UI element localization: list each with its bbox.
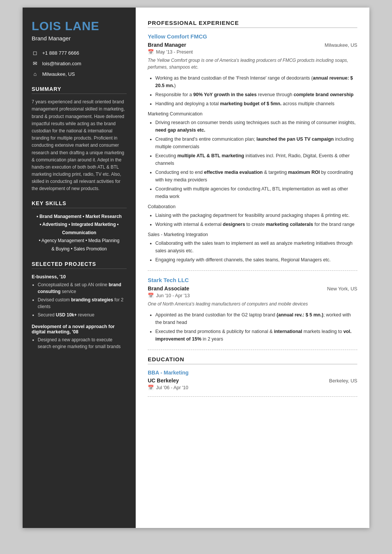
sub-section-sales: Sales - Marketing Integration [148, 232, 357, 237]
experience-section-title: PROFESSIONAL EXPERIENCE [148, 20, 357, 28]
list-item: Engaging regularly with different channe… [155, 256, 357, 264]
edu-location: Berkeley, US [329, 378, 357, 384]
project-2-bullets: Designed a new approach to execute searc… [32, 336, 127, 350]
job-2-description: One of North America's leading manufactu… [148, 301, 357, 307]
sub-section-marketing-comm: Marketing Communication [148, 111, 357, 117]
sub-section-collaboration: Collaboration [148, 204, 357, 209]
projects-section: E-business, '10 Conceptualized & set up … [32, 274, 127, 350]
list-item: Conducting end to end effective media ev… [155, 169, 357, 184]
candidate-name: LOIS LANE [32, 20, 127, 33]
job-1-header: Brand Manager Milwaukee, US [148, 42, 357, 48]
edu-school-header: UC Berkeley Berkeley, US [148, 378, 357, 384]
sidebar: LOIS LANE Brand Manager ◻ +1 888 777 666… [23, 8, 136, 528]
contact-list: ◻ +1 888 777 6666 ✉ lois@hiration.com ⌂ … [32, 50, 127, 77]
job-1-bullets-marketing: Driving research on consumer trends usin… [148, 119, 357, 200]
main-content: PROFESSIONAL EXPERIENCE Yellow Comfort F… [136, 8, 369, 528]
list-item: Coordinating with multiple agencies for … [155, 185, 357, 200]
list-item: Secured USD 10k+ revenue [38, 312, 127, 319]
job-1-description: The Yellow Comfort group is one of Ameri… [148, 57, 357, 71]
project-2-title: Development of a novel approach for digi… [32, 324, 127, 335]
list-item: Working as the brand custodian of the 'F… [155, 74, 357, 89]
skills-text: • Brand Management • Market Research• Ad… [32, 213, 127, 253]
list-item: Executed the brand promotions & publicit… [155, 328, 357, 343]
education-section: EDUCATION BBA - Marketing UC Berkeley Be… [148, 356, 357, 390]
list-item: Handling and deploying a total marketing… [155, 100, 357, 107]
list-item: Conceptualized & set up AN online brand … [38, 281, 127, 295]
job-2-bullets: Appointed as the brand custodian for the… [148, 311, 357, 343]
job-1: Yellow Comfort FMCG Brand Manager Milwau… [148, 33, 357, 264]
calendar-icon-2: 📅 [148, 293, 154, 298]
phone-icon: ◻ [32, 50, 38, 56]
project-1-bullets: Conceptualized & set up AN online brand … [32, 281, 127, 319]
list-item: Appointed as the brand custodian for the… [155, 311, 357, 326]
job-2-location: New York, US [327, 286, 357, 292]
edu-dates: 📅 Jul '06 - Apr '10 [148, 385, 357, 390]
edu-degree: BBA - Marketing [148, 370, 357, 376]
job-1-title: Brand Manager [148, 42, 186, 48]
job-2-dates: 📅 Jun '10 - Apr '13 [148, 293, 357, 298]
contact-email: ✉ lois@hiration.com [32, 60, 127, 66]
list-item: Working with internal & external designe… [155, 221, 357, 228]
company-1-name: Yellow Comfort FMCG [148, 33, 357, 40]
job-1-location: Milwaukee, US [325, 42, 357, 48]
project-1-title: E-business, '10 [32, 274, 127, 279]
education-section-title: EDUCATION [148, 356, 357, 364]
job-2: Stark Tech LLC Brand Associate New York,… [148, 277, 357, 343]
job-1-bullets-sales: Collaborating with the sales team to imp… [148, 239, 357, 264]
summary-section-title: SUMMARY [32, 86, 127, 94]
list-item: Responsible for a 90% YoY growth in the … [155, 91, 357, 98]
divider-2 [148, 350, 357, 350]
list-item: Driving research on consumer trends usin… [155, 119, 357, 134]
job-2-title: Brand Associate [148, 285, 189, 292]
summary-text: 7 years experienced and result oriented … [32, 98, 127, 192]
job-1-dates: 📅 May '13 - Present [148, 49, 357, 55]
list-item: Collaborating with the sales team to imp… [155, 239, 357, 255]
job-1-bullets-collab: Liaising with the packaging department f… [148, 212, 357, 228]
contact-location: ⌂ Milwaukee, US [32, 71, 127, 77]
calendar-icon-edu: 📅 [148, 385, 154, 390]
list-item: Liaising with the packaging department f… [155, 212, 357, 219]
job-1-bullets-main: Working as the brand custodian of the 'F… [148, 74, 357, 107]
candidate-title: Brand Manager [32, 35, 127, 41]
edu-school: UC Berkeley [148, 378, 179, 384]
job-2-header: Brand Associate New York, US [148, 285, 357, 292]
location-icon: ⌂ [32, 71, 38, 77]
resume-container: LOIS LANE Brand Manager ◻ +1 888 777 666… [23, 8, 369, 528]
skills-section-title: KEY SKILLS [32, 200, 127, 208]
projects-section-title: SELECTED PROJECTS [32, 261, 127, 269]
contact-phone: ◻ +1 888 777 6666 [32, 50, 127, 56]
divider-3 [148, 396, 357, 397]
list-item: Creating the brand's entire communicatio… [155, 135, 357, 150]
divider-1 [148, 270, 357, 271]
calendar-icon: 📅 [148, 49, 154, 55]
list-item: Designed a new approach to execute searc… [38, 336, 127, 350]
email-icon: ✉ [32, 60, 38, 66]
list-item: Executing multiple ATL & BTL marketing i… [155, 152, 357, 167]
list-item: Devised custom branding strategies for 2… [38, 296, 127, 310]
company-2-name: Stark Tech LLC [148, 277, 357, 283]
